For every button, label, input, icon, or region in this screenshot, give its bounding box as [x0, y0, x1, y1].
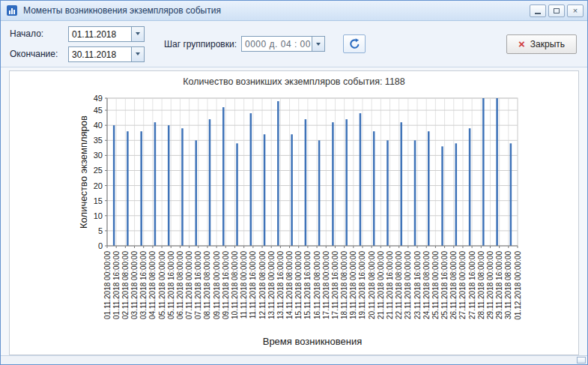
bar — [250, 113, 252, 246]
grouping-step-label: Шаг группировки: — [164, 39, 237, 49]
chart-svg: 0510152025303540454901.11.2018 00:00:000… — [10, 92, 578, 353]
x-tick-label: 29.11.2018 00:00:00 — [486, 251, 494, 319]
minimize-button[interactable] — [530, 4, 546, 17]
x-tick-label: 04.11.2018 08:00:00 — [148, 251, 157, 319]
x-tick-label: 11.11.2018 00:00:00 — [240, 251, 248, 319]
bar — [482, 98, 485, 246]
x-tick-label: 27.11.2018 16:00:00 — [468, 251, 476, 319]
bar — [222, 107, 225, 246]
x-tick-label: 06.11.2018 08:00:00 — [176, 251, 184, 319]
y-tick-label: 49 — [94, 94, 103, 103]
minimize-icon — [535, 13, 541, 14]
start-date-dropdown-button[interactable] — [131, 27, 144, 41]
x-tick-label: 21.11.2018 00:00:00 — [377, 251, 385, 319]
x-tick-label: 23.11.2018 16:00:00 — [413, 251, 422, 319]
bar — [277, 101, 279, 246]
x-tick-label: 07.11.2018 00:00:00 — [185, 251, 193, 319]
bar — [455, 143, 458, 246]
close-dialog-button[interactable]: × Закрыть — [506, 34, 577, 54]
bar — [469, 128, 471, 246]
chart-title: Количество возникших экземпляров события… — [10, 76, 578, 92]
y-tick-label: 30 — [94, 151, 103, 160]
x-tick-label: 17.11.2018 16:00:00 — [331, 251, 339, 319]
bar — [140, 131, 142, 246]
y-tick-label: 5 — [98, 226, 103, 235]
dialog-window: Моменты возникновения экземпляров событи… — [0, 0, 588, 365]
bar — [414, 140, 416, 246]
bar — [387, 140, 389, 246]
y-tick-label: 40 — [94, 121, 103, 130]
bar — [113, 125, 115, 246]
end-date-input[interactable]: 30.11.2018 — [68, 46, 145, 62]
start-date-input[interactable]: 01.11.2018 — [68, 26, 145, 42]
close-window-icon: × — [573, 6, 578, 15]
x-tick-label: 14.11.2018 08:00:00 — [285, 251, 294, 319]
bar — [441, 146, 443, 246]
start-date-label: Начало: — [10, 28, 68, 39]
x-tick-label: 20.11.2018 08:00:00 — [368, 251, 376, 319]
bar — [209, 119, 211, 246]
grouping-step-input[interactable]: 0000 д. 04 : 00 : 0 — [241, 36, 325, 52]
y-tick-label: 45 — [94, 106, 103, 115]
x-tick-label: 21.11.2018 16:00:00 — [386, 251, 394, 319]
end-date-dropdown-button[interactable] — [131, 47, 144, 61]
x-tick-label: 23.11.2018 00:00:00 — [404, 251, 412, 319]
bar — [154, 122, 157, 246]
x-tick-label: 01.11.2018 16:00:00 — [112, 251, 121, 319]
x-tick-label: 09.11.2018 00:00:00 — [213, 251, 221, 319]
x-tick-label: 11.11.2018 16:00:00 — [249, 251, 257, 319]
x-tick-label: 18.11.2018 08:00:00 — [340, 251, 348, 319]
bar — [168, 125, 170, 246]
x-tick-label: 19.11.2018 00:00:00 — [349, 251, 357, 319]
x-tick-label: 28.11.2018 08:00:00 — [477, 251, 485, 319]
window-title: Моменты возникновения экземпляров событи… — [23, 5, 524, 16]
x-tick-label: 29.11.2018 16:00:00 — [495, 251, 503, 319]
x-tick-label: 08.11.2018 08:00:00 — [203, 251, 211, 319]
refresh-button[interactable] — [343, 34, 366, 53]
resize-grip[interactable] — [577, 357, 586, 364]
x-tick-label: 03.11.2018 16:00:00 — [139, 251, 148, 319]
x-tick-label: 10.11.2018 08:00:00 — [231, 251, 239, 319]
status-strip — [1, 355, 587, 364]
y-axis-title: Количество экземпляров — [78, 115, 89, 229]
y-tick-label: 0 — [98, 241, 103, 250]
bar — [127, 131, 129, 246]
y-tick-label: 35 — [94, 136, 103, 145]
end-date-label: Окончание: — [10, 49, 68, 59]
bar — [305, 119, 307, 246]
x-tick-label: 13.11.2018 00:00:00 — [267, 251, 276, 319]
title-bar[interactable]: Моменты возникновения экземпляров событи… — [1, 1, 587, 21]
window-controls: × — [530, 4, 584, 17]
chevron-down-icon — [136, 32, 140, 35]
bar — [373, 131, 375, 246]
maximize-button[interactable] — [548, 4, 565, 17]
x-tick-label: 25.11.2018 00:00:00 — [431, 251, 440, 319]
x-tick-label: 24.11.2018 08:00:00 — [422, 251, 431, 319]
grouping-step-dropdown-button[interactable] — [312, 37, 324, 51]
x-tick-label: 13.11.2018 16:00:00 — [276, 251, 285, 319]
y-tick-label: 10 — [94, 211, 103, 220]
close-icon: × — [518, 38, 525, 49]
y-tick-label: 20 — [94, 181, 103, 190]
app-icon — [6, 4, 18, 16]
y-tick-label: 25 — [94, 166, 103, 175]
x-tick-label: 01.11.2018 00:00:00 — [103, 251, 112, 319]
bar — [291, 134, 293, 246]
end-date-value: 30.11.2018 — [69, 47, 131, 61]
bar — [318, 140, 321, 246]
x-tick-label: 03.11.2018 00:00:00 — [130, 251, 139, 319]
x-axis-title: Время возникновения — [263, 336, 363, 347]
close-window-button[interactable]: × — [567, 4, 584, 17]
x-tick-label: 19.11.2018 16:00:00 — [358, 251, 366, 319]
chart-panel: Количество возникших экземпляров события… — [9, 70, 579, 355]
bar — [400, 122, 402, 246]
x-tick-label: 15.11.2018 00:00:00 — [294, 251, 303, 319]
x-tick-label: 30.11.2018 08:00:00 — [504, 251, 512, 319]
chevron-down-icon — [316, 43, 321, 46]
bar — [360, 113, 362, 246]
x-tick-label: 17.11.2018 00:00:00 — [322, 251, 330, 319]
x-tick-label: 01.12.2018 00:00:00 — [514, 251, 522, 320]
x-tick-label: 05.11.2018 00:00:00 — [158, 251, 166, 319]
start-date-value: 01.11.2018 — [69, 27, 131, 41]
maximize-icon — [554, 8, 560, 13]
